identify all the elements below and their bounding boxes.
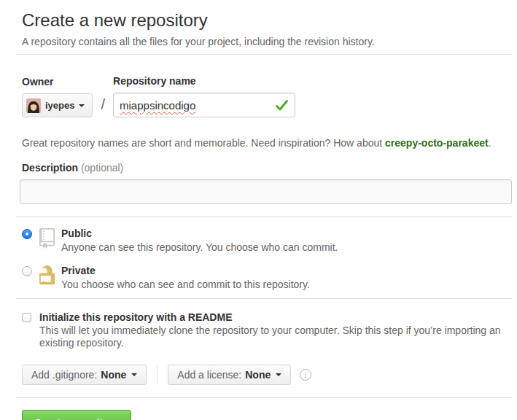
visibility-option-public: Public Anyone can see this repository. Y… [22, 228, 512, 253]
private-text-block: Private You choose who can see and commi… [61, 265, 310, 290]
readme-option-row: Initialize this repository with a README… [22, 311, 512, 349]
repository-name-value: miappsincodigo [120, 99, 195, 112]
owner-column: Owner iyepes [22, 76, 93, 117]
owner-dropdown[interactable]: iyepes [22, 93, 93, 117]
divider-bottom [16, 397, 512, 398]
license-label: Add a license: [177, 369, 241, 381]
create-repository-button[interactable]: Create repository [22, 410, 131, 420]
readme-label: Initialize this repository with a README [39, 311, 512, 324]
divider-top [16, 54, 512, 55]
private-description: You choose who can see and commit to thi… [61, 279, 310, 290]
lock-icon [39, 265, 55, 286]
public-description: Anyone can see this repository. You choo… [61, 241, 338, 253]
private-label: Private [61, 265, 310, 276]
repo-name-column: Repository name miappsincodigo [113, 75, 295, 117]
avatar [26, 98, 41, 113]
name-suggestion-text: Great repository names are short and mem… [22, 136, 512, 149]
divider-visibility [16, 217, 512, 217]
repo-book-icon [39, 228, 55, 249]
chevron-down-icon [79, 104, 85, 107]
readme-description: This will let you immediately clone the … [39, 324, 512, 349]
template-options-row: Add .gitignore: None Add a license: None… [22, 365, 512, 385]
repository-name-input[interactable]: miappsincodigo [113, 93, 295, 117]
check-icon [275, 99, 289, 112]
gitignore-dropdown[interactable]: Add .gitignore: None [22, 365, 147, 385]
private-radio[interactable] [22, 266, 32, 276]
gitignore-value: None [101, 369, 126, 381]
license-dropdown[interactable]: Add a license: None [168, 365, 291, 385]
visibility-option-private: Private You choose who can see and commi… [22, 265, 512, 290]
license-value: None [245, 369, 271, 381]
owner-label: Owner [22, 76, 93, 88]
description-label-row: Description (optional) [22, 162, 512, 174]
page-title: Create a new repository [22, 10, 512, 31]
vertical-divider [157, 365, 158, 384]
page-subtitle: A repository contains all the files for … [22, 35, 512, 48]
create-repository-page: Create a new repository A repository con… [0, 0, 517, 420]
suggestion-prefix: Great repository names are short and mem… [22, 137, 385, 149]
readme-text-block: Initialize this repository with a README… [39, 311, 512, 349]
description-label: Description [22, 162, 78, 174]
chevron-down-icon [131, 373, 137, 376]
owner-username: iyepes [45, 100, 74, 111]
owner-repo-row: Owner iyepes / Repository name miappsinc [22, 75, 512, 117]
gitignore-label: Add .gitignore: [31, 369, 97, 381]
suggested-name-link[interactable]: creepy-octo-parakeet [385, 137, 489, 149]
public-label: Public [61, 228, 338, 239]
public-text-block: Public Anyone can see this repository. Y… [61, 228, 338, 253]
description-optional-hint: (optional) [81, 162, 123, 174]
owner-repo-separator: / [101, 96, 105, 117]
description-input[interactable] [20, 179, 512, 204]
chevron-down-icon [276, 373, 281, 376]
readme-checkbox[interactable] [22, 313, 31, 322]
suggestion-suffix: . [489, 137, 491, 149]
public-radio[interactable] [22, 229, 32, 239]
divider-readme [16, 298, 512, 299]
info-icon[interactable]: i [300, 369, 311, 381]
repository-name-label: Repository name [113, 75, 295, 87]
